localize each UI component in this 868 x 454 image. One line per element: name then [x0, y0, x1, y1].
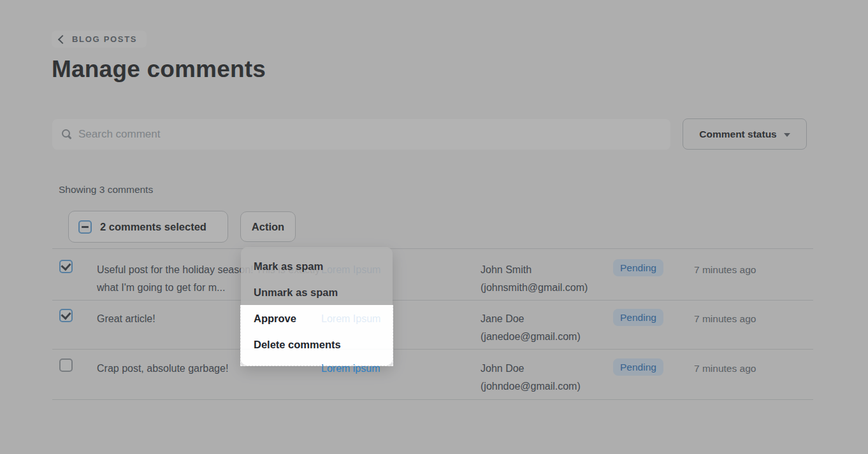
search-input[interactable]: [77, 127, 653, 141]
search-field[interactable]: [52, 119, 670, 150]
indeterminate-checkbox[interactable]: [78, 220, 92, 234]
row-checkbox[interactable]: [59, 260, 73, 273]
status-badge: Pending: [613, 309, 663, 326]
manage-comments-page: BLOG POSTS Manage comments Comment statu…: [0, 0, 868, 454]
menu-item-mark-as-spam[interactable]: Mark as spam: [241, 253, 393, 280]
menu-item-approve[interactable]: Approve: [241, 306, 393, 332]
comment-source-link[interactable]: Lorem ipsum: [321, 360, 380, 378]
comment-status-filter-button[interactable]: Comment status: [683, 118, 807, 150]
author-name: John Doe: [481, 360, 581, 378]
comment-timestamp: 7 minutes ago: [694, 360, 756, 378]
page-title: Manage comments: [52, 56, 266, 83]
comment-timestamp: 7 minutes ago: [694, 261, 756, 279]
back-button-label: BLOG POSTS: [72, 34, 137, 44]
caret-down-icon: [784, 133, 790, 137]
row-checkbox[interactable]: [59, 358, 73, 372]
status-badge: Pending: [613, 259, 663, 276]
bulk-select-label: 2 comments selected: [100, 221, 206, 233]
row-checkbox[interactable]: [59, 309, 73, 322]
action-menu-popover: Mark as spam Unmark as spam Approve Dele…: [241, 247, 393, 365]
bulk-select-button[interactable]: 2 comments selected: [68, 211, 228, 243]
menu-item-unmark-as-spam[interactable]: Unmark as spam: [241, 280, 393, 306]
back-button[interactable]: BLOG POSTS: [52, 31, 147, 48]
author-email: (janedoe@gmail.com): [481, 328, 581, 346]
menu-item-delete-comments[interactable]: Delete comments: [241, 332, 393, 358]
comment-row: Great article! Lorem Ipsum Jane Doe (jan…: [52, 300, 813, 350]
comment-status-filter-label: Comment status: [699, 129, 776, 140]
comment-row: Useful post for the holiday season! This…: [52, 248, 813, 301]
search-icon: [61, 129, 73, 140]
comment-author: John Smith (johnsmith@gmail.com): [481, 261, 588, 297]
comment-text: Great article!: [97, 310, 156, 328]
author-name: John Smith: [481, 261, 588, 279]
comment-row: Crap post, absolute garbage! Lorem ipsum…: [52, 350, 813, 400]
author-email: (johndoe@gmail.com): [481, 378, 581, 395]
comment-text: Crap post, absolute garbage!: [97, 360, 228, 378]
status-badge: Pending: [613, 358, 663, 376]
action-button[interactable]: Action: [240, 211, 296, 242]
comment-timestamp: 7 minutes ago: [694, 310, 756, 328]
chevron-left-icon: [58, 34, 67, 43]
author-name: Jane Doe: [481, 310, 581, 328]
comment-author: John Doe (johndoe@gmail.com): [481, 360, 581, 395]
comment-author: Jane Doe (janedoe@gmail.com): [481, 310, 581, 346]
results-summary: Showing 3 comments: [59, 184, 153, 195]
author-email: (johnsmith@gmail.com): [481, 279, 588, 297]
